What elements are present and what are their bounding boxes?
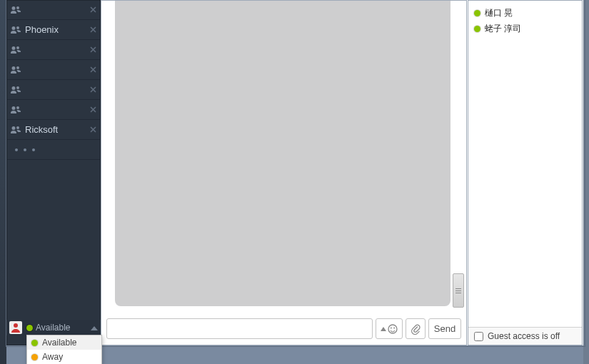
presence-option-label: Available	[42, 338, 76, 348]
people-icon	[11, 106, 21, 114]
close-icon[interactable]	[90, 106, 96, 113]
emoji-icon	[388, 324, 398, 334]
chevron-up-icon	[91, 323, 98, 333]
guest-access-checkbox[interactable]	[474, 332, 483, 341]
people-list: 樋口 晃 蛯子 淳司	[468, 1, 582, 326]
presence-status-bar[interactable]: Available	[6, 320, 101, 335]
presence-dot-icon	[26, 325, 33, 331]
chat-history	[115, 1, 450, 306]
bg-right-strip	[583, 0, 589, 364]
bg-left-strip	[0, 0, 6, 364]
people-icon	[11, 6, 21, 14]
presence-status-label: Available	[36, 323, 91, 333]
people-icon	[11, 126, 21, 134]
person-item[interactable]: 樋口 晃	[468, 5, 582, 21]
presence-dot-icon	[474, 26, 480, 32]
sidebar-item-label: Phoenix	[25, 24, 90, 35]
presence-dot-icon	[474, 10, 480, 16]
sidebar-item-2[interactable]	[6, 40, 101, 60]
presence-option-away[interactable]: Away	[27, 350, 101, 364]
paperclip-icon	[411, 323, 421, 335]
close-icon[interactable]	[90, 46, 96, 53]
presence-dot-icon	[31, 354, 38, 360]
avatar	[9, 321, 22, 334]
chat-panel: Send	[101, 0, 467, 345]
close-icon[interactable]	[90, 6, 96, 13]
svg-point-6	[391, 327, 392, 328]
rooms-sidebar: Phoenix	[6, 0, 101, 345]
send-button[interactable]: Send	[428, 318, 461, 339]
compose-row: Send	[106, 318, 461, 339]
attach-button[interactable]	[406, 318, 426, 339]
sidebar-item-1[interactable]: Phoenix	[6, 20, 101, 40]
guest-access-label: Guest access is off	[488, 331, 560, 341]
close-icon[interactable]	[90, 126, 96, 133]
sidebar-item-5[interactable]	[6, 100, 101, 120]
people-icon	[11, 46, 21, 54]
presence-status-menu: Available Away	[26, 335, 102, 364]
close-icon[interactable]	[90, 26, 96, 33]
presence-option-available[interactable]: Available	[27, 335, 101, 350]
sidebar-item-label: Ricksoft	[25, 124, 90, 135]
person-name: 樋口 晃	[485, 7, 513, 19]
people-panel: 樋口 晃 蛯子 淳司 Guest access is off	[468, 0, 583, 345]
chevron-up-icon	[381, 327, 386, 331]
svg-point-7	[393, 327, 395, 328]
sidebar-item-4[interactable]	[6, 80, 101, 100]
presence-option-label: Away	[42, 352, 63, 362]
emoji-button[interactable]	[376, 318, 403, 339]
people-icon	[11, 86, 21, 94]
loading-icon	[11, 147, 96, 153]
people-icon	[11, 66, 21, 74]
sidebar-item-loading[interactable]	[6, 140, 101, 160]
svg-point-2	[32, 148, 35, 151]
close-icon[interactable]	[90, 66, 96, 73]
presence-dot-icon	[31, 340, 38, 346]
sidebar-item-6[interactable]: Ricksoft	[6, 120, 101, 140]
svg-point-4	[14, 323, 18, 328]
guest-access-row: Guest access is off	[468, 327, 582, 345]
message-input[interactable]	[106, 318, 373, 339]
svg-point-1	[24, 148, 26, 151]
scrollbar-thumb[interactable]	[453, 273, 464, 308]
sidebar-item-3[interactable]	[6, 60, 101, 80]
sidebar-item-0[interactable]	[6, 0, 101, 20]
person-item[interactable]: 蛯子 淳司	[468, 21, 582, 36]
close-icon[interactable]	[90, 86, 96, 93]
person-name: 蛯子 淳司	[485, 23, 521, 35]
svg-point-0	[15, 148, 18, 151]
people-icon	[11, 26, 21, 34]
